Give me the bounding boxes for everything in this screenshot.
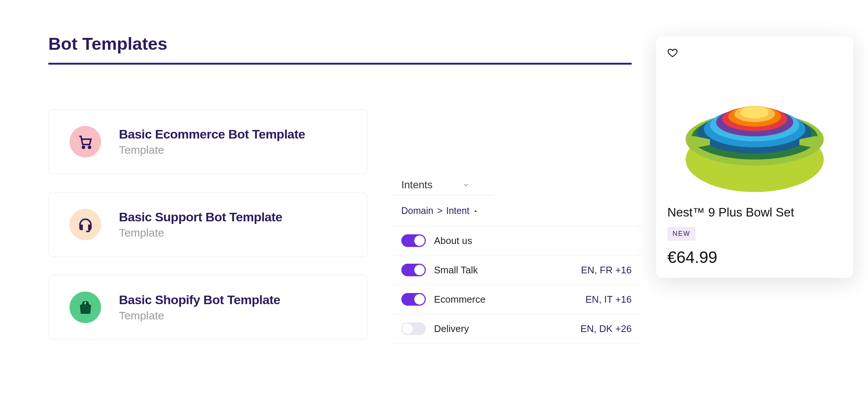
intent-row: Delivery EN, DK +26 — [390, 314, 643, 344]
intents-heading: Intents — [401, 179, 433, 191]
product-card[interactable]: Nest™ 9 Plus Bowl Set NEW €64.99 — [656, 36, 853, 278]
intent-toggle[interactable] — [401, 264, 426, 276]
intent-label: Small Talk — [434, 264, 573, 276]
intent-languages: EN, DK +26 — [580, 323, 632, 335]
intent-row: Small Talk EN, FR +16 — [390, 256, 643, 285]
breadcrumb-parent: Domain — [401, 205, 433, 216]
template-subtitle: Template — [119, 227, 282, 239]
heart-icon[interactable] — [667, 48, 842, 61]
template-title: Basic Ecommerce Bot Template — [119, 127, 305, 141]
product-image — [667, 64, 842, 198]
intent-label: Delivery — [434, 323, 572, 335]
product-badge: NEW — [667, 227, 696, 241]
template-title: Basic Shopify Bot Template — [119, 293, 280, 307]
product-name: Nest™ 9 Plus Bowl Set — [667, 205, 842, 219]
intent-languages: EN, FR +16 — [581, 264, 632, 276]
svg-point-0 — [82, 146, 84, 148]
intents-panel: Intents Domain > Intent About us Small T… — [390, 175, 643, 344]
template-card[interactable]: Basic Ecommerce Bot Template Template — [48, 109, 368, 174]
intent-row: Ecommerce EN, IT +16 — [390, 285, 643, 314]
product-price: €64.99 — [667, 248, 842, 267]
template-subtitle: Template — [119, 309, 280, 322]
template-title: Basic Support Bot Template — [119, 210, 282, 224]
page-title: Bot Templates — [48, 33, 632, 65]
intent-row: About us — [390, 226, 643, 256]
shopify-icon — [69, 292, 101, 323]
breadcrumb-sep: > — [437, 205, 443, 216]
breadcrumb-current: Intent — [446, 205, 470, 216]
svg-point-1 — [88, 146, 91, 148]
intent-languages: EN, IT +16 — [585, 294, 632, 305]
template-card[interactable]: Basic Support Bot Template Template — [48, 192, 368, 257]
intent-toggle[interactable] — [401, 293, 426, 306]
intent-label: Ecommerce — [434, 294, 577, 305]
breadcrumb[interactable]: Domain > Intent — [390, 196, 643, 226]
template-card[interactable]: Basic Shopify Bot Template Template — [48, 275, 368, 340]
chevron-down-icon — [462, 181, 470, 189]
sort-up-icon — [473, 208, 478, 214]
headset-icon — [69, 209, 101, 240]
intents-dropdown[interactable]: Intents — [390, 175, 494, 196]
intent-toggle[interactable] — [401, 322, 426, 335]
template-subtitle: Template — [119, 144, 305, 156]
intent-label: About us — [434, 235, 624, 247]
svg-point-12 — [741, 106, 769, 118]
cart-icon — [69, 126, 101, 157]
intent-toggle[interactable] — [401, 234, 426, 247]
